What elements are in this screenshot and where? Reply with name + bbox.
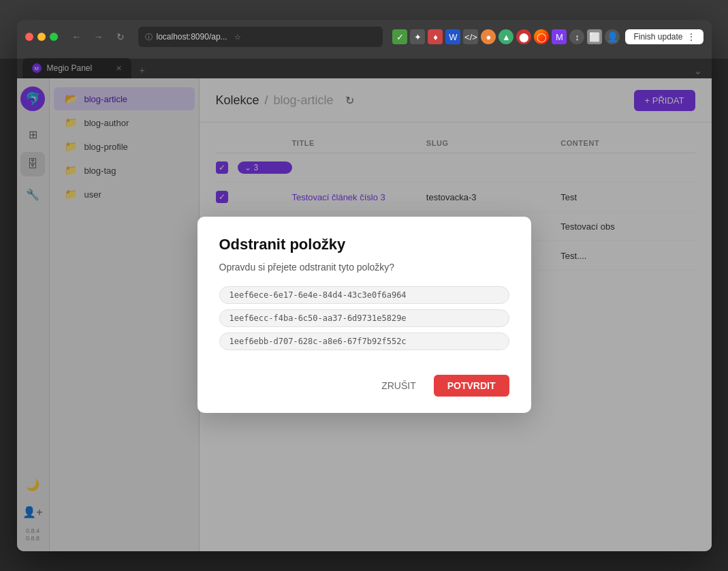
uuid-list: 1eef6ece-6e17-6e4e-84d4-43c3e0f6a964 1ee… <box>219 286 509 356</box>
finish-update-button[interactable]: Finish update ⋮ <box>625 29 703 44</box>
ext-icon-3[interactable]: ♦ <box>428 29 443 44</box>
modal-description: Opravdu si přejete odstranit tyto položk… <box>219 262 509 273</box>
uuid-item-2: 1eef6ebb-d707-628c-a8e6-67f7b92f552c <box>219 333 509 350</box>
ext-icon-2[interactable]: ✦ <box>410 29 425 44</box>
uuid-item-1: 1eef6ecc-f4ba-6c50-aa37-6d9731e5829e <box>219 309 509 327</box>
address-bar[interactable]: ⓘ localhost:8090/ap... ☆ <box>138 27 383 47</box>
address-text: localhost:8090/ap... <box>157 32 227 42</box>
cancel-button[interactable]: ZRUŠIT <box>370 375 427 397</box>
browser-titlebar: ← → ↻ ⓘ localhost:8090/ap... ☆ ✓ ✦ ♦ W <… <box>17 20 712 54</box>
ext-icon-12[interactable]: ⬜ <box>587 29 602 44</box>
ext-icon-10[interactable]: M <box>552 29 567 44</box>
ext-icon-7[interactable]: ▲ <box>498 29 513 44</box>
uuid-item-0: 1eef6ece-6e17-6e4e-84d4-43c3e0f6a964 <box>219 286 509 304</box>
back-button[interactable]: ← <box>69 29 85 45</box>
toolbar-icons: ✓ ✦ ♦ W </> ● ▲ ⬤ ◯ M ↕ ⬜ 👤 <box>392 29 620 44</box>
confirm-delete-modal: Odstranit položky Opravdu si přejete ods… <box>197 217 531 413</box>
minimize-button[interactable] <box>37 33 46 41</box>
finish-update-menu-icon: ⋮ <box>687 32 695 42</box>
ext-icon-4[interactable]: W <box>445 29 460 44</box>
ext-icon-1[interactable]: ✓ <box>392 29 407 44</box>
modal-actions: ZRUŠIT POTVRDIT <box>219 375 509 397</box>
ext-icon-11[interactable]: ↕ <box>569 29 584 44</box>
ext-icon-9[interactable]: ◯ <box>534 29 549 44</box>
ext-icon-6[interactable]: ● <box>481 29 496 44</box>
modal-title: Odstranit položky <box>219 236 509 253</box>
maximize-button[interactable] <box>50 33 58 41</box>
ext-icon-8[interactable]: ⬤ <box>516 29 531 44</box>
close-button[interactable] <box>25 33 33 41</box>
user-avatar[interactable]: 👤 <box>605 29 620 44</box>
finish-update-label: Finish update <box>633 32 682 42</box>
ext-icon-5[interactable]: </> <box>463 29 478 44</box>
confirm-button[interactable]: POTVRDIT <box>434 375 509 397</box>
traffic-lights <box>25 33 58 41</box>
modal-overlay[interactable]: Odstranit položky Opravdu si přejete ods… <box>17 59 712 551</box>
browser-window: ← → ↻ ⓘ localhost:8090/ap... ☆ ✓ ✦ ♦ W <… <box>17 20 712 551</box>
reload-button[interactable]: ↻ <box>112 29 129 45</box>
forward-button[interactable]: → <box>91 29 107 45</box>
